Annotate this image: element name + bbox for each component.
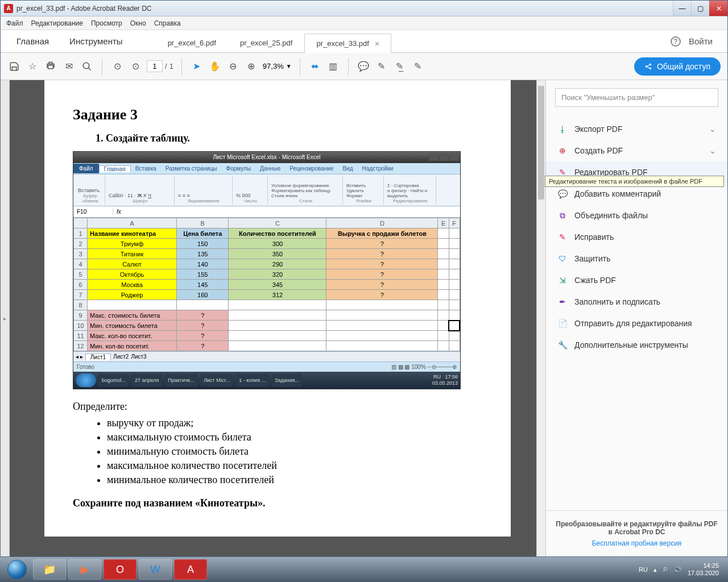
excel-status-bar: Готово ▥ ▦ ▩ 100% ─⊖────⊕ <box>73 361 460 372</box>
menu-help[interactable]: Справка <box>154 19 181 27</box>
mail-icon[interactable]: ✉ <box>62 60 76 73</box>
app-icon: A <box>4 4 13 13</box>
doc-heading: Задание 3 <box>73 106 482 123</box>
menu-edit[interactable]: Редактирование <box>31 19 83 27</box>
star-icon[interactable]: ☆ <box>26 60 39 73</box>
tools-item-export[interactable]: ⭳Экспорт PDF⌄ <box>546 118 727 140</box>
send-icon: 📄 <box>557 318 568 329</box>
page-input[interactable] <box>147 60 163 72</box>
zoom-out-icon[interactable]: ⊖ <box>226 60 240 73</box>
create-pdf-icon: ⊕ <box>557 146 568 156</box>
tray-clock[interactable]: 14:25 17.03.2020 <box>688 562 719 577</box>
login-button[interactable]: Войти <box>689 36 713 46</box>
menu-view[interactable]: Просмотр <box>91 19 122 27</box>
save-icon[interactable] <box>7 60 21 73</box>
doc-tab[interactable]: pr_excel_6.pdf <box>156 33 228 52</box>
zoom-in-icon[interactable]: ⊕ <box>245 60 258 73</box>
doc-save-text: Сохраните под названием «Кинотеатры». <box>73 497 482 509</box>
titlebar: A pr_excel_33.pdf - Adobe Acrobat Reader… <box>1 1 727 16</box>
pointer-icon[interactable]: ➤ <box>190 60 204 73</box>
redact-icon: ✎ <box>557 232 568 242</box>
zoom-select[interactable]: 97,3% ▼ <box>263 62 292 70</box>
start-button[interactable] <box>3 559 31 580</box>
fit-width-icon[interactable]: ⬌ <box>308 60 322 73</box>
menubar: Файл Редактирование Просмотр Окно Справк… <box>1 16 727 30</box>
tools-item-redact[interactable]: ✎Исправить <box>546 226 727 248</box>
taskbar-app-explorer[interactable]: 📁 <box>33 559 66 580</box>
help-icon[interactable]: ? <box>671 36 681 47</box>
close-button[interactable]: ✕ <box>709 1 727 16</box>
shield-icon: 🛡 <box>557 253 568 264</box>
trial-link[interactable]: Бесплатная пробная версия <box>555 539 718 547</box>
wrench-icon: 🔧 <box>557 340 568 350</box>
toolbar: ☆ ✉ ⊙ ⊙ / 1 ➤ ✋ ⊖ ⊕ 97,3% ▼ ⬌ ▥ 💬 ✎ ✎̲ ✎… <box>1 53 727 80</box>
stamp-icon[interactable]: ✎ <box>411 60 425 73</box>
doc-bullet-list: выручку от продаж; максимальную стоимост… <box>107 417 482 486</box>
tools-footer: Преобразовывайте и редактируйте файлы PD… <box>546 510 727 556</box>
tools-item-more[interactable]: 🔧Дополнительные инструменты <box>546 334 727 356</box>
tools-item-create[interactable]: ⊕Создать PDF⌄ <box>546 140 727 161</box>
doc-tab[interactable]: pr_excel_25.pdf <box>228 33 305 52</box>
tools-search[interactable]: Поиск "Уменьшить размер" <box>555 88 718 107</box>
tray-flag-icon[interactable]: ⚐ <box>663 566 668 573</box>
excel-sheet-tabs: ◂ ▸ Лист1Лист2Лист3 <box>73 351 460 361</box>
taskbar-app-media[interactable]: ▶ <box>68 559 101 580</box>
share-button[interactable]: Общий доступ <box>634 57 721 76</box>
tray-lang[interactable]: RU <box>639 566 648 573</box>
system-tray[interactable]: RU ▴ ⚐ 🔊 14:25 17.03.2020 <box>639 562 725 577</box>
tools-item-fill-sign[interactable]: ✒Заполнить и подписать <box>546 291 727 313</box>
page-up-icon[interactable]: ⊙ <box>110 60 124 73</box>
excel-embedded-taskbar: bogomol... 27 апреля Практиче... Лист Mi… <box>73 372 460 389</box>
comment-icon: 💬 <box>557 189 568 199</box>
print-icon[interactable] <box>44 60 57 73</box>
menu-file[interactable]: Файл <box>6 19 23 27</box>
hand-icon[interactable]: ✋ <box>208 60 222 73</box>
windows-taskbar: 📁 ▶ O W A RU ▴ ⚐ 🔊 14:25 17.03.2020 <box>0 557 728 582</box>
tray-volume-icon[interactable]: 🔊 <box>674 566 682 573</box>
combine-icon: ⧉ <box>557 210 568 221</box>
doc-tab-active[interactable]: pr_excel_33.pdf× <box>304 34 391 53</box>
comment-icon[interactable]: 💬 <box>357 60 370 73</box>
highlight-icon[interactable]: ✎ <box>375 60 388 73</box>
svg-line-3 <box>88 68 91 70</box>
chevron-down-icon: ⌄ <box>709 124 716 134</box>
compress-icon: ⇲ <box>557 275 568 285</box>
tools-item-combine[interactable]: ⧉Объединить файлы <box>546 205 727 226</box>
tools-panel: Поиск "Уменьшить размер" Редактирование … <box>545 80 727 556</box>
taskbar-app-word[interactable]: W <box>139 559 172 580</box>
tab-bar: Главная Инструменты pr_excel_6.pdf pr_ex… <box>1 30 727 53</box>
left-sidebar-collapsed[interactable]: ▸ <box>1 80 10 556</box>
excel-formula-bar: F10 fx <box>73 206 460 218</box>
taskbar-app-opera[interactable]: O <box>104 559 136 580</box>
excel-titlebar: Лист Microsoft Excel.xlsx - Microsoft Ex… <box>73 152 460 163</box>
minimize-button[interactable]: — <box>673 1 691 16</box>
window-title: pr_excel_33.pdf - Adobe Acrobat Reader D… <box>16 5 673 13</box>
tools-item-compress[interactable]: ⇲Сжать PDF <box>546 269 727 291</box>
maximize-button[interactable]: ▢ <box>691 1 709 16</box>
tools-item-send[interactable]: 📄Отправить для редактирования <box>546 313 727 334</box>
main-area: ▸ Задание 3 1. Создайте таблицу. Лист Mi… <box>1 80 727 556</box>
page-down-icon[interactable]: ⊙ <box>129 60 142 73</box>
tab-close-icon[interactable]: × <box>375 39 379 48</box>
vertical-scrollbar[interactable] <box>536 80 545 556</box>
excel-ribbon: ВставитьБуфер обмена Calibri · 11 · Ж К … <box>73 174 460 206</box>
tray-chevron-icon[interactable]: ▴ <box>653 566 657 573</box>
export-pdf-icon: ⭳ <box>557 124 568 134</box>
taskbar-app-acrobat[interactable]: A <box>174 559 207 580</box>
tools-item-protect[interactable]: 🛡Защитить <box>546 248 727 269</box>
fit-page-icon[interactable]: ▥ <box>326 60 340 73</box>
document-viewport[interactable]: Задание 3 1. Создайте таблицу. Лист Micr… <box>10 80 545 556</box>
sign-icon[interactable]: ✎̲ <box>393 60 407 73</box>
app-window: A pr_excel_33.pdf - Adobe Acrobat Reader… <box>0 0 728 557</box>
menu-window[interactable]: Окно <box>130 19 146 27</box>
page-indicator: / 1 <box>147 60 173 72</box>
tab-tools[interactable]: Инструменты <box>59 36 133 46</box>
excel-ribbon-tabs: Файл Главная Вставка Разметка страницы Ф… <box>73 163 460 174</box>
doc-step: 1. Создайте таблицу. <box>96 132 482 144</box>
search-icon[interactable] <box>80 60 94 73</box>
tab-home[interactable]: Главная <box>6 36 59 46</box>
excel-screenshot: Лист Microsoft Excel.xlsx - Microsoft Ex… <box>73 151 461 389</box>
excel-grid: ABCDEF 1Название кинотеатраЦена билетаКо… <box>73 218 460 351</box>
svg-point-2 <box>83 63 89 69</box>
windows-orb-icon <box>7 560 27 579</box>
